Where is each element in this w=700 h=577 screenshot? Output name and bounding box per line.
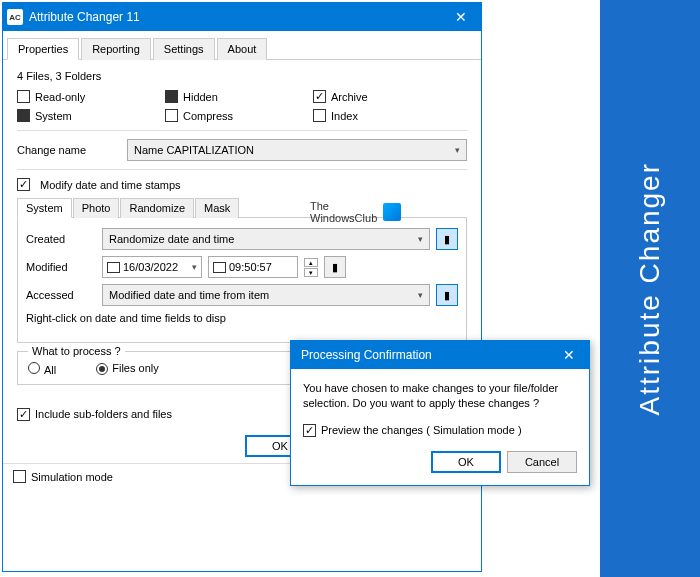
confirmation-dialog: Processing Confirmation ✕ You have chose…	[290, 340, 590, 486]
chevron-down-icon: ▾	[418, 234, 423, 244]
modified-date-checkbox[interactable]	[107, 262, 120, 273]
compress-checkbox[interactable]	[165, 109, 178, 122]
modified-date-input[interactable]: 16/03/2022 ▾	[102, 256, 202, 278]
system-label: System	[35, 110, 72, 122]
chevron-down-icon: ▾	[455, 145, 460, 155]
change-name-label: Change name	[17, 144, 117, 156]
modified-time-checkbox[interactable]	[213, 262, 226, 273]
accessed-value: Modified date and time from item	[109, 289, 269, 301]
preview-checkbox[interactable]	[303, 424, 316, 437]
tab-reporting[interactable]: Reporting	[81, 38, 151, 60]
hidden-checkbox[interactable]	[165, 90, 178, 103]
modified-date-value: 16/03/2022	[123, 261, 178, 273]
modified-time-input[interactable]: 09:50:57	[208, 256, 298, 278]
dialog-titlebar: Processing Confirmation ✕	[291, 341, 589, 369]
window-title: Attribute Changer 11	[29, 10, 441, 24]
tab-properties[interactable]: Properties	[7, 38, 79, 60]
change-name-dropdown[interactable]: Name CAPITALIZATION ▾	[127, 139, 467, 161]
subtab-photo[interactable]: Photo	[73, 198, 120, 218]
main-tabs: Properties Reporting Settings About	[3, 31, 481, 60]
modify-stamps-label: Modify date and time stamps	[40, 179, 181, 191]
radio-files-option[interactable]: Files only	[96, 362, 158, 376]
radio-all[interactable]	[28, 362, 40, 374]
include-sub-label: Include sub-folders and files	[35, 408, 172, 420]
simulation-mode-checkbox[interactable]	[13, 470, 26, 483]
modified-label: Modified	[26, 261, 96, 273]
hidden-label: Hidden	[183, 91, 218, 103]
modified-action-button[interactable]: ▮	[324, 256, 346, 278]
created-value: Randomize date and time	[109, 233, 234, 245]
radio-all-option[interactable]: All	[28, 362, 56, 376]
subtab-system[interactable]: System	[17, 198, 72, 218]
tab-settings[interactable]: Settings	[153, 38, 215, 60]
system-checkbox[interactable]	[17, 109, 30, 122]
chevron-down-icon: ▾	[418, 290, 423, 300]
accessed-action-button[interactable]: ▮	[436, 284, 458, 306]
app-icon: AC	[7, 9, 23, 25]
change-name-value: Name CAPITALIZATION	[134, 144, 254, 156]
simulation-mode-label: Simulation mode	[31, 471, 113, 483]
tab-about[interactable]: About	[217, 38, 268, 60]
main-window: AC Attribute Changer 11 ✕ Properties Rep…	[2, 2, 482, 572]
time-spinner-down[interactable]: ▾	[304, 268, 318, 277]
readonly-checkbox[interactable]	[17, 90, 30, 103]
created-label: Created	[26, 233, 96, 245]
hint-text: Right-click on date and time fields to d…	[26, 312, 458, 324]
close-icon[interactable]: ✕	[441, 3, 481, 31]
sidebar-text: Attribute Changer	[634, 162, 666, 415]
file-summary: 4 Files, 3 Folders	[17, 70, 467, 82]
radio-files[interactable]	[96, 363, 108, 375]
accessed-dropdown[interactable]: Modified date and time from item ▾	[102, 284, 430, 306]
modified-time-value: 09:50:57	[229, 261, 272, 273]
archive-checkbox[interactable]	[313, 90, 326, 103]
time-spinner-up[interactable]: ▴	[304, 258, 318, 267]
compress-label: Compress	[183, 110, 233, 122]
archive-label: Archive	[331, 91, 368, 103]
dialog-cancel-button[interactable]: Cancel	[507, 451, 577, 473]
what-to-process-label: What to process ?	[28, 345, 125, 357]
sidebar-banner: Attribute Changer	[600, 0, 700, 577]
radio-files-label: Files only	[112, 362, 158, 374]
preview-label: Preview the changes ( Simulation mode )	[321, 424, 522, 436]
accessed-label: Accessed	[26, 289, 96, 301]
dialog-close-icon[interactable]: ✕	[549, 341, 589, 369]
titlebar: AC Attribute Changer 11 ✕	[3, 3, 481, 31]
index-label: Index	[331, 110, 358, 122]
dialog-message: You have chosen to make changes to your …	[303, 381, 577, 412]
dialog-ok-button[interactable]: OK	[431, 451, 501, 473]
chevron-down-icon: ▾	[192, 262, 197, 272]
dialog-title: Processing Confirmation	[301, 348, 549, 362]
subtab-mask[interactable]: Mask	[195, 198, 239, 218]
readonly-label: Read-only	[35, 91, 85, 103]
radio-all-label: All	[44, 364, 56, 376]
subtab-randomize[interactable]: Randomize	[120, 198, 194, 218]
date-subtabs: System Photo Randomize Mask	[17, 197, 467, 218]
modify-stamps-checkbox[interactable]	[17, 178, 30, 191]
index-checkbox[interactable]	[313, 109, 326, 122]
created-action-button[interactable]: ▮	[436, 228, 458, 250]
include-sub-checkbox[interactable]	[17, 408, 30, 421]
created-dropdown[interactable]: Randomize date and time ▾	[102, 228, 430, 250]
